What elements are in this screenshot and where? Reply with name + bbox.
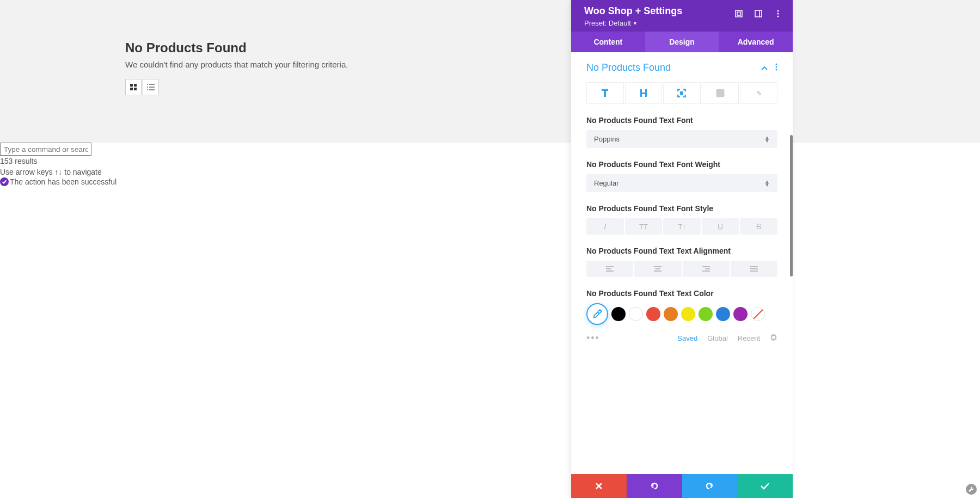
svg-point-19 [776,66,777,67]
link-mode-button[interactable] [740,82,777,104]
panel-header: Woo Shop + Settings Preset: Default ▼ [571,0,793,32]
preview-canvas: No Products Found We couldn't find any p… [0,0,980,143]
select-dashed-icon [715,88,725,98]
link-icon [754,88,764,98]
list-icon [147,84,155,90]
svg-rect-6 [147,87,148,88]
svg-rect-9 [149,89,155,90]
svg-point-20 [776,69,777,70]
svg-rect-8 [147,89,148,90]
font-select[interactable]: Poppins ▲▼ [586,130,777,148]
panel-tabs: Content Design Advanced [571,32,793,52]
svg-rect-7 [149,87,155,88]
layout-icon[interactable] [754,9,763,19]
font-label: No Products Found Text Font [586,116,777,125]
more-vertical-icon[interactable] [773,9,783,19]
svg-point-18 [776,63,777,65]
command-palette: 153 results Use arrow keys ↑↓ to navigat… [0,143,980,186]
select-arrows-icon: ▲▼ [764,136,770,143]
svg-point-15 [777,10,779,12]
scrollbar[interactable] [790,135,793,186]
svg-rect-12 [737,12,740,15]
panel-body[interactable]: No Products Found [571,52,793,186]
svg-rect-21 [681,92,683,94]
list-view-button[interactable] [143,79,159,95]
section-more-icon[interactable] [775,63,777,73]
grid-view-button[interactable] [125,79,142,95]
focus-icon [677,88,687,98]
heading-mode-button[interactable] [625,82,663,104]
svg-rect-11 [736,10,742,17]
font-field: No Products Found Text Font Poppins ▲▼ [586,116,777,148]
svg-rect-0 [130,84,133,87]
collapse-icon[interactable] [761,63,768,73]
section-title[interactable]: No Products Found [586,62,671,73]
status-text: The action has been successful [10,177,117,186]
weight-label: No Products Found Text Font Weight [586,160,777,169]
heading-icon [639,88,648,98]
selection-mode-button[interactable] [702,82,739,104]
command-results-count: 153 results [0,156,980,167]
tab-advanced[interactable]: Advanced [719,32,793,52]
svg-rect-4 [147,84,148,85]
svg-rect-1 [134,84,137,87]
caret-down-icon: ▼ [633,21,638,26]
svg-rect-22 [716,89,724,97]
svg-rect-3 [134,88,137,90]
tab-design[interactable]: Design [645,32,719,52]
command-input[interactable] [0,143,91,156]
section-header: No Products Found [586,62,777,73]
expand-icon[interactable] [734,9,744,19]
focus-mode-button[interactable] [663,82,701,104]
command-nav-hint: Use arrow keys ↑↓ to navigate [0,167,980,177]
weight-field: No Products Found Text Font Weight Regul… [586,160,777,186]
tab-content[interactable]: Content [571,32,645,52]
grid-icon [130,84,137,90]
check-circle-icon [0,177,9,186]
preset-dropdown[interactable]: Preset: Default ▼ [584,19,780,27]
svg-rect-13 [755,10,762,17]
text-icon [600,88,610,98]
settings-panel: Woo Shop + Settings Preset: Default ▼ Co… [571,0,793,186]
weight-select[interactable]: Regular ▲▼ [586,174,777,186]
text-element-row [586,82,777,104]
text-mode-button[interactable] [586,82,624,104]
svg-rect-2 [130,88,133,90]
svg-point-16 [777,13,779,15]
select-arrows-icon: ▲▼ [764,180,770,187]
svg-rect-5 [149,84,155,85]
svg-point-17 [777,16,779,17]
command-status: The action has been successful [0,177,980,186]
